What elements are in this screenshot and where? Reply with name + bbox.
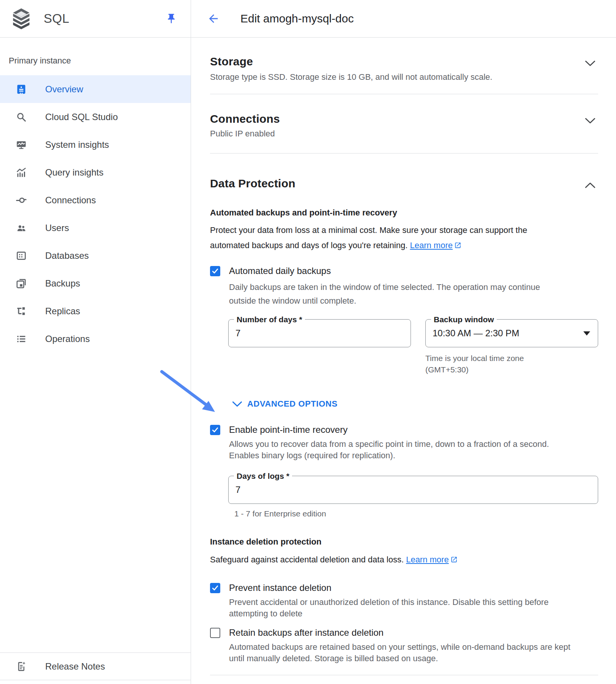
cloud-sql-edit-page: SQL Edit amogh-mysql-doc Primary instanc… [0, 0, 616, 684]
retain-backups-row: Retain backups after instance deletion [210, 626, 598, 639]
sidebar-item-label: Connections [45, 195, 96, 206]
search-icon [16, 111, 27, 123]
sidebar-item-label: Release Notes [45, 661, 105, 672]
storage-section: Storage Storage type is SSD. Storage siz… [210, 38, 598, 94]
connections-icon [16, 195, 27, 206]
sidebar-item-label: System insights [45, 139, 109, 150]
sidebar-item-connections[interactable]: Connections [0, 186, 191, 214]
cloud-sql-logo-icon [11, 8, 31, 29]
prevent-instance-deletion-row: Prevent instance deletion [210, 581, 598, 594]
sidebar-item-operations[interactable]: Operations [0, 325, 191, 353]
sidebar-item-label: Overview [45, 84, 83, 95]
prevent-instance-deletion-checkbox[interactable] [210, 583, 220, 593]
automated-daily-backups-checkbox[interactable] [210, 266, 220, 276]
sidebar-item-label: Replicas [45, 306, 80, 317]
backups-icon [16, 278, 27, 289]
point-in-time-recovery-checkbox[interactable] [210, 425, 220, 435]
point-in-time-recovery-description: Allows you to recover data from a specif… [229, 439, 556, 461]
advanced-options-toggle[interactable]: ADVANCED OPTIONS [232, 399, 598, 409]
replicas-icon [16, 306, 27, 317]
automated-backups-heading: Automated backups and point-in-time reco… [210, 207, 598, 218]
field-label: Number of days * [234, 315, 305, 324]
sidebar-item-system-insights[interactable]: System insights [0, 131, 191, 158]
automated-daily-backups-row: Automated daily backups [210, 264, 598, 277]
backup-window-select[interactable]: Backup window 10:30 AM — 2:30 PM [425, 319, 598, 347]
chevron-down-icon[interactable] [584, 60, 596, 67]
instance-deletion-protection-description: Safeguard against accidental deletion an… [210, 554, 594, 565]
backup-window-helper: Time is your local time zone (GMT+5:30) [425, 353, 539, 375]
sidebar-item-release-notes[interactable]: Release Notes [0, 652, 191, 680]
sidebar-header: SQL [0, 0, 191, 38]
main-content: Storage Storage type is SSD. Storage siz… [191, 38, 616, 684]
data-protection-section: Data Protection Automated backups and po… [210, 154, 598, 675]
sidebar-item-databases[interactable]: Databases [0, 242, 191, 269]
point-in-time-recovery-row: Enable point-in-time recovery [210, 423, 598, 436]
sidebar-item-label: Query insights [45, 167, 103, 178]
data-protection-section-title: Data Protection [210, 176, 295, 191]
backup-fields-row: Number of days * Backup window 10:30 AM … [228, 319, 598, 375]
instance-deletion-protection-heading: Instance deletion protection [210, 537, 598, 547]
automated-backups-description: Protect your data from loss at a minimal… [210, 223, 554, 253]
chevron-up-icon[interactable] [584, 182, 596, 189]
page-title: Edit amogh-mysql-doc [240, 12, 354, 25]
connections-section-title: Connections [210, 112, 280, 126]
learn-more-link[interactable]: Learn more [406, 555, 449, 564]
checkbox-label: Enable point-in-time recovery [229, 424, 347, 435]
sidebar-item-label: Backups [45, 278, 80, 289]
back-arrow-icon[interactable] [207, 12, 220, 25]
backup-window-column: Backup window 10:30 AM — 2:30 PM Time is… [425, 319, 598, 375]
sidebar-item-label: Cloud SQL Studio [45, 112, 118, 122]
checkbox-label: Prevent instance deletion [229, 583, 332, 593]
system-insights-icon [16, 139, 27, 150]
sidebar-item-users[interactable]: Users [0, 214, 191, 242]
chevron-down-icon [232, 401, 242, 407]
external-link-icon [450, 556, 458, 563]
dropdown-arrow-icon [583, 331, 590, 336]
sidebar-item-label: Databases [45, 250, 89, 261]
checkbox-label: Automated daily backups [229, 266, 331, 276]
days-of-logs-helper: 1 - 7 for Enterprise edition [234, 508, 598, 519]
storage-section-summary: Storage type is SSD. Storage size is 10 … [210, 72, 598, 82]
backup-window-value: 10:30 AM — 2:30 PM [426, 328, 519, 339]
connections-section-summary: Public IP enabled [210, 128, 598, 139]
query-insights-icon [16, 167, 27, 178]
product-title: SQL [44, 11, 69, 26]
storage-section-title: Storage [210, 54, 253, 69]
release-notes-icon [16, 661, 27, 672]
pin-icon[interactable] [166, 13, 177, 24]
databases-icon [16, 250, 27, 261]
sidebar-item-label: Operations [45, 334, 90, 344]
operations-icon [16, 333, 27, 345]
page-header: Edit amogh-mysql-doc [191, 0, 616, 38]
sidebar-item-label: Users [45, 223, 69, 233]
checkbox-label: Retain backups after instance deletion [229, 627, 384, 638]
sidebar-section-label: Primary instance [9, 56, 191, 66]
field-label: Days of logs * [234, 472, 292, 481]
retain-backups-checkbox[interactable] [210, 628, 220, 638]
number-of-days-field[interactable]: Number of days * [228, 319, 411, 347]
advanced-options-label: ADVANCED OPTIONS [247, 399, 338, 409]
sidebar-item-backups[interactable]: Backups [0, 269, 191, 297]
sidebar-item-replicas[interactable]: Replicas [0, 297, 191, 325]
prevent-instance-deletion-description: Prevent accidental or unauthorized delet… [229, 597, 559, 619]
sidebar-item-query-insights[interactable]: Query insights [0, 158, 191, 186]
connections-section: Connections Public IP enabled [210, 94, 598, 154]
retain-backups-description: Automated backups are retained based on … [229, 641, 584, 664]
field-label: Backup window [431, 315, 497, 324]
external-link-icon [454, 242, 461, 249]
sidebar: Primary instance Overview Cloud SQL Stud… [0, 38, 191, 684]
sidebar-item-cloud-sql-studio[interactable]: Cloud SQL Studio [0, 103, 191, 131]
overview-icon [16, 84, 27, 95]
users-icon [16, 222, 27, 234]
days-of-logs-field[interactable]: Days of logs * [228, 476, 598, 504]
sidebar-item-overview[interactable]: Overview [0, 75, 191, 103]
chevron-down-icon[interactable] [584, 117, 596, 125]
learn-more-link[interactable]: Learn more [410, 241, 453, 250]
automated-daily-backups-description: Daily backups are taken in the window of… [229, 280, 544, 308]
